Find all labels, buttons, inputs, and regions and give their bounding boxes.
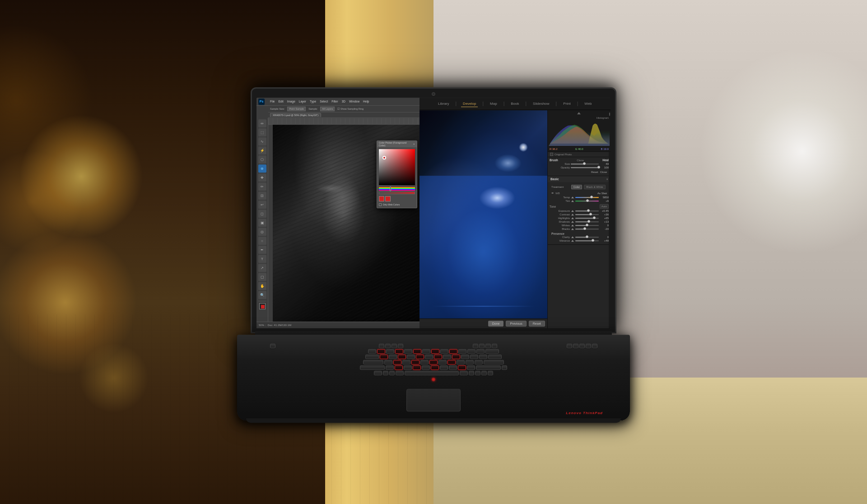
key-ctrl-l[interactable] <box>374 371 382 375</box>
key-backslash[interactable] <box>488 355 502 359</box>
original-photo-checkbox[interactable] <box>550 153 553 156</box>
key-o[interactable] <box>452 355 460 359</box>
key-minus[interactable] <box>467 349 475 354</box>
key-d[interactable] <box>402 360 410 364</box>
key-f8[interactable] <box>492 344 497 348</box>
key-right[interactable] <box>488 371 493 375</box>
clarity-slider[interactable] <box>575 237 599 238</box>
key-backspace[interactable] <box>485 349 499 354</box>
cp-gradient[interactable] <box>379 149 415 185</box>
lr-nav-slideshow[interactable]: Slideshow <box>531 101 551 107</box>
lr-nav-web[interactable]: Web <box>583 101 593 107</box>
key-r[interactable] <box>407 355 415 359</box>
ps-tool-heal[interactable]: ✚ <box>258 173 266 182</box>
key-n[interactable] <box>431 365 439 370</box>
key-1[interactable] <box>377 349 385 354</box>
key-a[interactable] <box>384 360 392 364</box>
key-h[interactable] <box>429 360 438 364</box>
spot-reset-btn[interactable]: Reset <box>591 171 598 173</box>
key-f4[interactable] <box>398 344 403 348</box>
ps-tool-text[interactable]: T <box>258 255 266 263</box>
key-down[interactable] <box>481 371 487 375</box>
key-5[interactable] <box>413 349 421 354</box>
ps-menu-3d[interactable]: 3D <box>342 100 345 103</box>
key-comma[interactable] <box>449 365 457 370</box>
key-ctrl-r[interactable] <box>469 371 474 375</box>
size-slider[interactable] <box>571 163 599 164</box>
key-shift-r[interactable] <box>476 365 501 370</box>
ps-menu-file[interactable]: File <box>270 100 275 103</box>
key-u[interactable] <box>434 355 442 359</box>
key-left[interactable] <box>475 371 480 375</box>
ps-menu-help[interactable]: Help <box>363 100 369 103</box>
ps-point-sample[interactable]: Point Sample <box>287 107 306 111</box>
ps-menu-select[interactable]: Select <box>320 100 328 103</box>
cp-opacity-slider[interactable] <box>379 191 415 194</box>
cp-close-icon[interactable]: × <box>413 143 415 145</box>
key-quote[interactable] <box>475 360 483 364</box>
wb-eyedropper-icon[interactable]: ✒ <box>551 191 554 195</box>
key-enter[interactable] <box>484 360 504 364</box>
key-k[interactable] <box>447 360 456 364</box>
lr-nav-map[interactable]: Map <box>488 101 499 107</box>
ps-tool-move[interactable]: ⇔ <box>258 119 266 127</box>
ps-menu-edit[interactable]: Edit <box>278 100 283 103</box>
tone-auto-btn[interactable]: Auto <box>600 204 609 209</box>
ps-tool-blur[interactable]: ◎ <box>258 228 266 236</box>
shadows-slider[interactable] <box>575 221 599 222</box>
key-alt-l[interactable] <box>396 371 404 375</box>
key-semicolon[interactable] <box>466 360 474 364</box>
key-f7[interactable] <box>485 344 491 348</box>
key-g[interactable] <box>420 360 429 364</box>
key-c[interactable] <box>404 365 412 370</box>
key-8[interactable] <box>440 349 448 354</box>
key-9[interactable] <box>449 349 457 354</box>
ps-menu-filter[interactable]: Filter <box>331 100 338 103</box>
key-x[interactable] <box>395 365 403 370</box>
lr-nav-develop[interactable]: Develop <box>461 101 478 107</box>
key-slash[interactable] <box>467 365 475 370</box>
key-2[interactable] <box>386 349 394 354</box>
cp-hue-slider[interactable] <box>379 187 415 191</box>
key-0[interactable] <box>458 349 466 354</box>
key-p[interactable] <box>461 355 469 359</box>
key-f9[interactable] <box>567 344 572 348</box>
key-space[interactable] <box>405 371 459 375</box>
key-f6[interactable] <box>479 344 485 348</box>
key-b[interactable] <box>422 365 430 370</box>
exposure-slider[interactable] <box>575 210 599 211</box>
cp-web-colors-checkbox[interactable] <box>379 203 382 206</box>
key-f3[interactable] <box>392 344 397 348</box>
key-bracket-r[interactable] <box>479 355 487 359</box>
key-6[interactable] <box>422 349 430 354</box>
color-btn[interactable]: Color <box>571 185 582 189</box>
key-f10[interactable] <box>573 344 578 348</box>
key-i[interactable] <box>443 355 451 359</box>
key-j[interactable] <box>438 360 447 364</box>
key-esc[interactable] <box>270 344 275 348</box>
key-w[interactable] <box>389 355 397 359</box>
ps-tool-brush[interactable]: ✏ <box>258 182 266 191</box>
key-f5[interactable] <box>473 344 478 348</box>
key-z[interactable] <box>386 365 394 370</box>
ps-tab-filename[interactable]: XRA0070-1.psd @ 50% (Right, Gray/16") <box>270 113 321 117</box>
key-super[interactable] <box>389 371 395 375</box>
ps-tool-eraser[interactable]: ◻ <box>258 210 266 218</box>
contrast-slider[interactable] <box>575 214 599 215</box>
key-alt-r[interactable] <box>460 371 468 375</box>
key-bracket-l[interactable] <box>470 355 478 359</box>
key-caps[interactable] <box>363 360 383 364</box>
temp-slider[interactable] <box>575 197 599 198</box>
key-t[interactable] <box>416 355 424 359</box>
ps-tool-crop[interactable]: ⬡ <box>258 155 266 163</box>
ps-foreground-color[interactable] <box>259 303 266 309</box>
basic-section-header[interactable]: Basic ▾ <box>548 176 611 182</box>
opacity-slider[interactable] <box>571 167 599 168</box>
key-v[interactable] <box>413 365 421 370</box>
ps-tool-marquee[interactable]: ⬚ <box>258 128 266 136</box>
bw-btn[interactable]: Black & White <box>584 185 605 189</box>
key-y[interactable] <box>425 355 433 359</box>
key-tab[interactable] <box>365 355 379 359</box>
ps-tool-eyedropper[interactable]: ⊕ <box>258 164 266 173</box>
key-shift-l[interactable] <box>360 365 385 370</box>
